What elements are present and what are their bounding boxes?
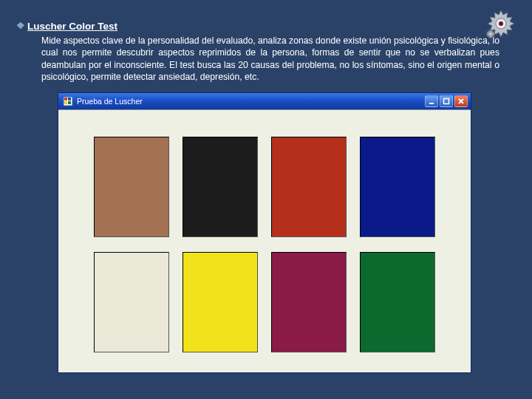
- svg-rect-7: [64, 101, 67, 104]
- close-button[interactable]: [454, 95, 468, 107]
- slide-content: ❖Luscher Color Test Mide aspectos clave …: [0, 0, 532, 381]
- color-swatch-brown[interactable]: [94, 137, 169, 237]
- svg-rect-5: [64, 98, 67, 100]
- svg-rect-6: [68, 98, 71, 100]
- color-swatch-yellow[interactable]: [183, 252, 258, 352]
- color-swatch-blue[interactable]: [360, 137, 435, 237]
- app-icon: [63, 96, 73, 106]
- window-controls: [425, 95, 468, 107]
- svg-point-2: [499, 21, 503, 26]
- color-swatch-green[interactable]: [360, 252, 435, 352]
- color-swatch-violet[interactable]: [271, 252, 347, 352]
- section-heading: ❖Luscher Color Test: [16, 21, 516, 32]
- bullet-icon: ❖: [16, 20, 25, 31]
- description-text: Mide aspectos clave de la personalidad d…: [41, 35, 499, 83]
- maximize-button[interactable]: [440, 95, 453, 107]
- color-swatch-black[interactable]: [183, 137, 258, 237]
- color-grid: [91, 137, 438, 352]
- gear-icon: [483, 6, 519, 41]
- svg-rect-8: [68, 101, 71, 104]
- svg-rect-9: [429, 103, 434, 104]
- color-swatch-grey[interactable]: [94, 252, 169, 352]
- window-title: Prueba de Luscher: [77, 97, 421, 106]
- svg-point-3: [489, 33, 491, 35]
- svg-rect-10: [444, 98, 449, 103]
- window-client-area: [58, 109, 471, 372]
- app-window: Prueba de Luscher: [58, 92, 471, 373]
- heading-text: Luscher Color Test: [27, 21, 117, 32]
- color-swatch-red[interactable]: [271, 137, 347, 237]
- minimize-button[interactable]: [425, 95, 438, 107]
- titlebar: Prueba de Luscher: [58, 93, 471, 109]
